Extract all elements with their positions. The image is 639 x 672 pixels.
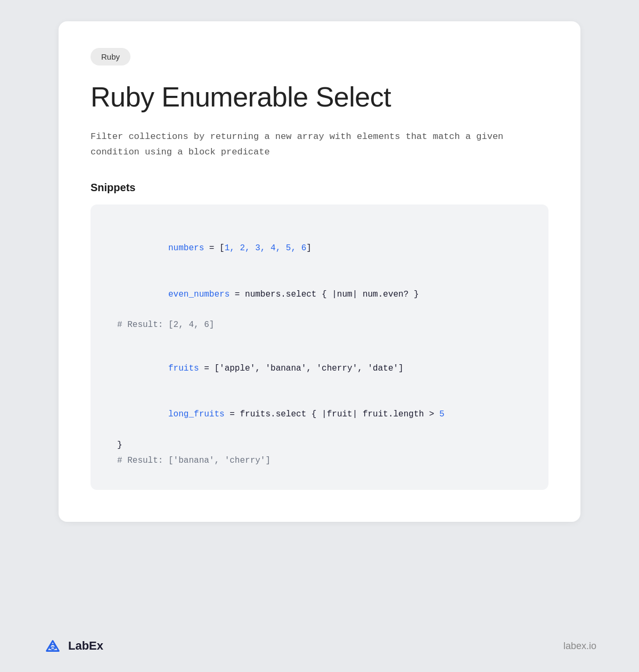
code-line-1: numbers = [1, 2, 3, 4, 5, 6]	[117, 226, 522, 272]
page-title: Ruby Enumerable Select	[91, 81, 548, 113]
snippets-heading: Snippets	[91, 182, 548, 194]
code-line-7: # Result: ['banana', 'cherry']	[117, 453, 522, 469]
logo-label: LabEx	[68, 639, 103, 653]
labex-logo-icon	[43, 636, 63, 656]
var-fruits: fruits	[168, 364, 199, 373]
language-tag: Ruby	[91, 48, 130, 65]
code-section-2: fruits = ['apple', 'banana', 'cherry', '…	[117, 346, 522, 468]
footer: LabEx labex.io	[0, 620, 639, 672]
var-numbers: numbers	[168, 243, 204, 253]
logo-area: LabEx	[43, 636, 103, 656]
page-wrapper: Ruby Ruby Enumerable Select Filter colle…	[0, 0, 639, 672]
code-line-2: even_numbers = numbers.select { |num| nu…	[117, 272, 522, 317]
var-long-fruits: long_fruits	[168, 409, 225, 419]
code-section-1: numbers = [1, 2, 3, 4, 5, 6] even_number…	[117, 226, 522, 333]
code-line-4: fruits = ['apple', 'banana', 'cherry', '…	[117, 346, 522, 391]
footer-url: labex.io	[563, 641, 596, 652]
code-block: numbers = [1, 2, 3, 4, 5, 6] even_number…	[91, 204, 548, 490]
code-line-5: long_fruits = fruits.select { |fruit| fr…	[117, 392, 522, 438]
var-even-numbers: even_numbers	[168, 290, 230, 299]
code-line-3: # Result: [2, 4, 6]	[117, 317, 522, 333]
code-line-6: }	[117, 438, 522, 453]
main-card: Ruby Ruby Enumerable Select Filter colle…	[59, 21, 580, 522]
description-text: Filter collections by returning a new ar…	[91, 129, 548, 160]
